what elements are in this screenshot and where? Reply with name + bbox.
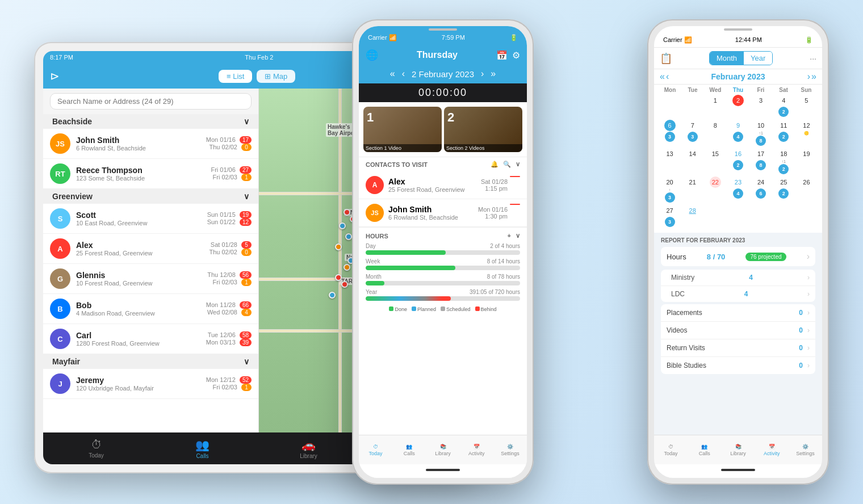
avatar: A <box>366 176 384 194</box>
visit-row-johnsmith[interactable]: JS John Smith 6 Rowland St, Beachside Mo… <box>359 199 527 227</box>
tab-today[interactable]: ⏱ Today <box>43 432 149 464</box>
nav-title: Thursday <box>417 50 458 60</box>
phone1: Carrier 📶 7:59 PM 🔋 🌐 Thursday 📅 ⚙ « ‹ 2… <box>352 19 534 485</box>
prev-arrow[interactable]: ‹ <box>666 72 669 82</box>
prev-prev-arrow[interactable]: « <box>390 69 395 79</box>
map-pin <box>329 292 336 299</box>
library-icon: 🚗 <box>301 438 316 452</box>
next-arrow[interactable]: › <box>807 72 810 82</box>
video-thumb-1[interactable]: 1 Section 1 Video <box>363 107 442 152</box>
list-view-button[interactable]: ≡ List <box>219 70 252 83</box>
sub-rows: Ministry 4 › LDC 4 › <box>661 270 815 302</box>
avatar: C <box>50 329 70 349</box>
carrier-label: Carrier 📶 <box>368 34 397 41</box>
sub-row-ministry[interactable]: Ministry 4 › <box>661 270 815 286</box>
more-icon[interactable]: ··· <box>810 54 816 63</box>
contact-row[interactable]: S Scott 10 East Road, Greenview Sun 01/1… <box>43 204 258 234</box>
tab-settings[interactable]: ⚙️ Settings <box>789 435 822 464</box>
tab-today[interactable]: ⏱ Today <box>359 435 392 464</box>
sub-row-ldc[interactable]: LDC 4 › <box>661 286 815 302</box>
map-pin <box>335 243 342 250</box>
note-icon[interactable]: 📋 <box>660 52 672 65</box>
today-icon: ⏱ <box>373 444 378 450</box>
tab-activity[interactable]: 📅 Activity <box>460 435 493 464</box>
avatar: A <box>50 238 70 259</box>
next-next-arrow[interactable]: » <box>811 72 816 82</box>
tablet-date: Thu Feb 2 <box>245 54 273 61</box>
contact-row[interactable]: B Bob 4 Madison Road, Greenview Mon 11/2… <box>43 294 258 324</box>
map-pin <box>339 222 346 229</box>
report-item-bible-studies[interactable]: Bible Studies 0 › <box>661 357 815 374</box>
cal-week: 1 2 3 4 2 5 <box>659 94 818 118</box>
hours-section: HOURS + ∨ Day 2 of 4 hours <box>359 227 527 317</box>
chevron-down-icon: ∨ <box>516 161 520 168</box>
globe-icon[interactable]: 🌐 <box>366 49 378 61</box>
tab-settings[interactable]: ⚙️ Settings <box>493 435 527 464</box>
report-item-videos[interactable]: Videos 0 › <box>661 322 815 339</box>
visit-row-alex[interactable]: A Alex 25 Forest Road, Greenview Sat 01/… <box>359 171 527 199</box>
home-bar <box>359 464 527 478</box>
month-title: February 2023 <box>711 72 765 81</box>
hours-row-day: Day 2 of 4 hours <box>366 243 520 255</box>
chevron-down-icon: ∨ <box>244 357 249 366</box>
tab-today[interactable]: ⏱ Today <box>654 435 688 464</box>
map-pin <box>343 209 350 216</box>
calendar-icon[interactable]: 📅 <box>496 50 508 61</box>
report-item-return-visits[interactable]: Return Visits 0 › <box>661 339 815 357</box>
plus-icon: + <box>508 232 511 240</box>
prev-prev-arrow[interactable]: « <box>660 72 665 82</box>
avatar: J <box>50 373 70 394</box>
phone-speaker <box>429 28 457 31</box>
videos-row: 1 Section 1 Video 2 Section 2 Videos <box>359 102 527 157</box>
contact-dates: Sun 01/15 19 Sun 01/22 12 <box>207 211 252 226</box>
contact-row[interactable]: C Carl 1280 Forest Road, Greenview Tue 1… <box>43 324 258 354</box>
tab-calls[interactable]: 👥 Calls <box>392 435 426 464</box>
search-icon: 🔍 <box>503 161 511 168</box>
year-view-button[interactable]: Year <box>744 52 772 65</box>
contact-dates: Sat 01/28 5 Thu 02/02 0 <box>209 241 252 256</box>
prev-arrow[interactable]: ‹ <box>402 69 405 79</box>
month-view-button[interactable]: Month <box>710 52 744 65</box>
tab-calls[interactable]: 👥 Calls <box>688 435 721 464</box>
video-thumb-2[interactable]: 2 Section 2 Videos <box>444 107 522 152</box>
report-title: REPORT FOR FEBRUARY 2023 <box>661 237 815 243</box>
contacts-list: Beachside ∨ JS John Smith 6 Rowland St, … <box>43 114 258 432</box>
filter-button[interactable]: ⊳ <box>50 69 60 83</box>
contacts-panel: Beachside ∨ JS John Smith 6 Rowland St, … <box>43 89 259 432</box>
cal-week: 20 ↑ 3 21 22 23 4 24 <box>659 176 818 203</box>
hours-row-year: Year 391:05 of 720 hours <box>366 289 520 301</box>
tab-library[interactable]: 📚 Library <box>721 435 755 464</box>
calls-icon: 👥 <box>701 444 707 450</box>
map-pin <box>345 233 352 240</box>
next-arrow[interactable]: › <box>481 69 484 79</box>
carrier-label: Carrier 📶 <box>663 36 692 44</box>
cal-week: 13 14 15 16 2 17 8 18 ↑1 <box>659 148 818 175</box>
avatar: B <box>50 299 70 319</box>
contact-dates: Fri 01/06 27 Fri 02/03 1 <box>211 166 252 181</box>
phone1-status: Carrier 📶 7:59 PM 🔋 <box>359 33 527 44</box>
contact-row[interactable]: JS John Smith 6 Rowland St, Beachside Mo… <box>43 129 258 159</box>
search-input[interactable] <box>50 93 252 110</box>
next-next-arrow[interactable]: » <box>491 69 496 79</box>
battery-icon: 🔋 <box>510 34 518 41</box>
tab-library[interactable]: 📚 Library <box>426 435 459 464</box>
chevron-down-icon: ∨ <box>516 232 520 240</box>
contact-row[interactable]: G Glennis 10 Forest Road, Greenview Thu … <box>43 264 258 294</box>
library-icon: 📚 <box>440 444 446 450</box>
contact-row[interactable]: J Jeremy 120 Uxbridge Road, Mayfair Mon … <box>43 369 258 399</box>
tab-activity[interactable]: 📅 Activity <box>755 435 789 464</box>
cal-grid: Mon Tue Wed Thu Fri Sat Sun 1 <box>654 85 822 233</box>
settings-icon[interactable]: ⚙ <box>512 50 520 61</box>
activity-icon: 📅 <box>769 444 775 450</box>
cal-week: 6 3 7 3 8 9 4 <box>659 119 818 146</box>
video-label-1: Section 1 Video <box>363 144 442 152</box>
group-header-beachside: Beachside ∨ <box>43 114 258 129</box>
contact-row[interactable]: RT Reece Thompson 123 Some St, Beachside… <box>43 159 258 189</box>
tab-library[interactable]: 🚗 Library <box>255 432 362 464</box>
map-view-button[interactable]: ⊞ Map <box>257 70 295 83</box>
contact-row[interactable]: A Alex 25 Forest Road, Greenview Sat 01/… <box>43 234 258 264</box>
settings-icon: ⚙️ <box>802 444 808 450</box>
report-item-placements[interactable]: Placements 0 › <box>661 304 815 322</box>
tab-calls[interactable]: 👥 Calls <box>149 432 255 464</box>
hours-summary: Hours 8 / 70 76 projected › <box>661 247 815 266</box>
